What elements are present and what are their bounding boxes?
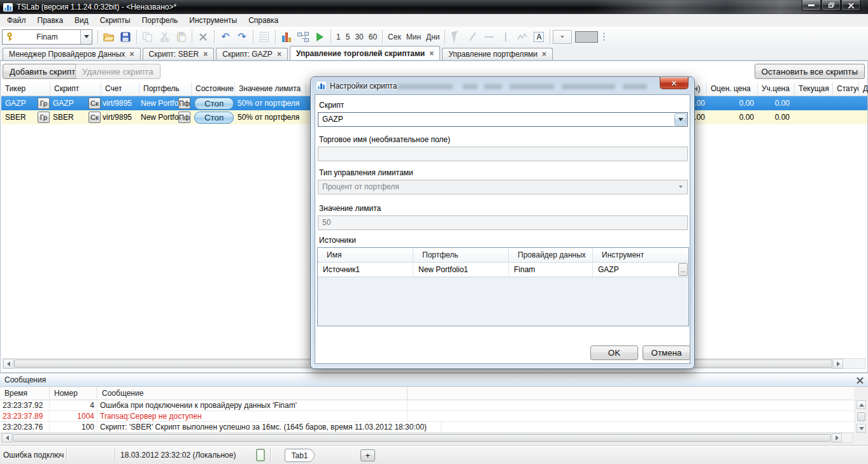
open-button[interactable] xyxy=(101,29,117,45)
col-header-status[interactable]: Статус xyxy=(833,82,859,96)
messages-horizontal-scrollbar[interactable] xyxy=(1,433,853,443)
stop-all-scripts-button[interactable]: Остановить все скрипты xyxy=(755,64,865,79)
tab-script-sber[interactable]: Скрипт: SBER × xyxy=(143,48,215,60)
tab-script-gazp[interactable]: Скрипт: GAZP × xyxy=(216,48,288,60)
add-script-button[interactable]: Добавить скрипт xyxy=(3,64,82,79)
wave-tool-button[interactable] xyxy=(514,29,530,45)
unit-sec-button[interactable]: Сек xyxy=(385,33,404,41)
delete-button[interactable] xyxy=(195,29,211,45)
source-row[interactable]: Источник1 New Portfolio1 Finam GAZP ... xyxy=(318,263,688,277)
provider-combobox-dropdown[interactable] xyxy=(80,30,92,44)
scroll-right-button[interactable] xyxy=(832,433,842,442)
src-col-portfolio[interactable]: Портфель xyxy=(413,248,509,262)
src-col-instrument[interactable]: Инструмент xyxy=(593,248,688,262)
line-style-combobox[interactable] xyxy=(553,30,572,44)
col-header-state[interactable]: Состояние xyxy=(192,82,235,96)
scroll-left-button[interactable] xyxy=(2,433,12,442)
trade-name-input[interactable] xyxy=(318,147,688,161)
menu-help[interactable]: Справка xyxy=(243,15,284,26)
restore-button[interactable] xyxy=(822,0,841,11)
tab-data-providers[interactable]: Менеджер Провайдеров Данных × xyxy=(3,48,141,60)
run-button[interactable] xyxy=(311,29,328,45)
portfolio-edit-button[interactable]: Пф xyxy=(178,98,190,109)
col-header-limit[interactable]: Значение лимита xyxy=(235,82,306,96)
menu-scripts[interactable]: Скрипты xyxy=(94,15,136,26)
undo-button[interactable]: ↶ xyxy=(217,29,234,45)
interval-1-button[interactable]: 1 xyxy=(334,33,343,41)
scrollbar-thumb[interactable] xyxy=(13,434,831,442)
scroll-down-button[interactable] xyxy=(857,424,866,433)
col-header-ticker[interactable]: Тикер xyxy=(1,82,50,96)
msg-col-time[interactable]: Время xyxy=(0,387,50,400)
minimize-button[interactable] xyxy=(802,0,821,11)
text-tool-button[interactable]: A xyxy=(530,29,547,45)
col-header-script[interactable]: Скрипт xyxy=(50,82,101,96)
message-row[interactable]: 23:23:37.89 1004 Transaq:Сервер не досту… xyxy=(0,411,854,422)
ticker-edit-button[interactable]: Гр xyxy=(38,98,50,109)
unit-min-button[interactable]: Мин xyxy=(404,33,423,41)
message-row[interactable]: 23:23:37.92 4 Ошибка при подключении к п… xyxy=(0,400,854,411)
tab-script-trading-management[interactable]: Управление торговлей скриптами × xyxy=(290,46,440,60)
col-header-portfolio[interactable]: Портфель xyxy=(139,82,192,96)
portfolio-edit-button[interactable]: Пф xyxy=(178,112,190,123)
col-header-current[interactable]: Текущая xyxy=(795,82,833,96)
dialog-close-button[interactable] xyxy=(660,77,688,89)
menu-edit[interactable]: Правка xyxy=(32,15,69,26)
col-header-cut[interactable]: Д xyxy=(859,82,868,96)
messages-vertical-scrollbar[interactable] xyxy=(856,400,867,433)
tab-close-icon[interactable]: × xyxy=(203,50,208,58)
pointer-tool-button[interactable] xyxy=(448,29,464,45)
src-col-name[interactable]: Имя xyxy=(318,248,413,262)
scrollbar-thumb[interactable] xyxy=(857,412,865,421)
limit-type-combobox[interactable]: Процент от портфеля xyxy=(318,180,688,194)
tab-portfolio-management[interactable]: Управление портфелями × xyxy=(442,48,553,60)
tab-close-icon[interactable]: × xyxy=(542,50,546,58)
dialog-title-bar[interactable]: Настройки скрипта xyxy=(311,77,694,94)
menu-instruments[interactable]: Инструменты xyxy=(183,15,243,26)
vline-tool-button[interactable] xyxy=(497,29,514,45)
menu-view[interactable]: Вид xyxy=(69,15,94,26)
cut-button[interactable] xyxy=(156,29,173,45)
msg-col-number[interactable]: Номер xyxy=(50,387,97,400)
color-swatch[interactable] xyxy=(575,31,598,43)
stop-script-button[interactable]: Стоп xyxy=(194,112,234,124)
instrument-browse-button[interactable]: ... xyxy=(678,263,688,276)
interval-60-button[interactable]: 60 xyxy=(366,33,380,41)
redo-button[interactable]: ↷ xyxy=(234,29,250,45)
interval-30-button[interactable]: 30 xyxy=(352,33,366,41)
stop-script-button[interactable]: Стоп xyxy=(194,98,234,110)
script-edit-button[interactable]: Ск xyxy=(89,112,101,123)
script-combobox-dropdown[interactable] xyxy=(674,113,687,126)
menu-file[interactable]: Файл xyxy=(1,15,32,26)
messages-close-button[interactable] xyxy=(856,376,864,384)
hline-tool-button[interactable] xyxy=(481,29,497,45)
tab-close-icon[interactable]: × xyxy=(429,50,434,57)
trend-line-tool-button[interactable] xyxy=(464,29,481,45)
cancel-button[interactable]: Отмена xyxy=(643,345,690,360)
ticker-edit-button[interactable]: Гр xyxy=(38,112,50,123)
scroll-right-button[interactable] xyxy=(833,359,843,368)
copy-button[interactable] xyxy=(139,29,156,45)
tab-close-icon[interactable]: × xyxy=(130,50,134,58)
add-workspace-tab-button[interactable]: + xyxy=(360,449,375,461)
interval-5-button[interactable]: 5 xyxy=(343,33,353,41)
toolbar-overflow-grip[interactable] xyxy=(602,31,606,43)
delete-script-button[interactable]: Удаление скрипта xyxy=(75,64,160,79)
ok-button[interactable]: OK xyxy=(590,345,638,360)
chart-button[interactable] xyxy=(278,29,295,45)
scroll-up-button[interactable] xyxy=(857,400,866,409)
close-button[interactable] xyxy=(841,0,860,11)
col-header-est-price[interactable]: Оцен. цена xyxy=(707,82,758,96)
tab-close-icon[interactable]: × xyxy=(277,50,281,58)
message-row[interactable]: 23:20:23.76 100 Скрипт: 'SBER' Скрипт вы… xyxy=(0,422,854,433)
provider-combobox[interactable]: Finam xyxy=(2,29,92,45)
menu-portfolio[interactable]: Портфель xyxy=(136,15,184,26)
schema-button[interactable] xyxy=(295,29,311,45)
col-header-acc-price[interactable]: Уч.цена xyxy=(758,82,795,96)
col-header-account[interactable]: Счет xyxy=(101,82,139,96)
script-combobox[interactable]: GAZP xyxy=(318,112,688,127)
properties-button[interactable] xyxy=(256,29,273,45)
script-edit-button[interactable]: Ск xyxy=(89,98,101,109)
limit-value-input[interactable]: 50 xyxy=(318,215,688,230)
paste-button[interactable] xyxy=(173,29,189,45)
